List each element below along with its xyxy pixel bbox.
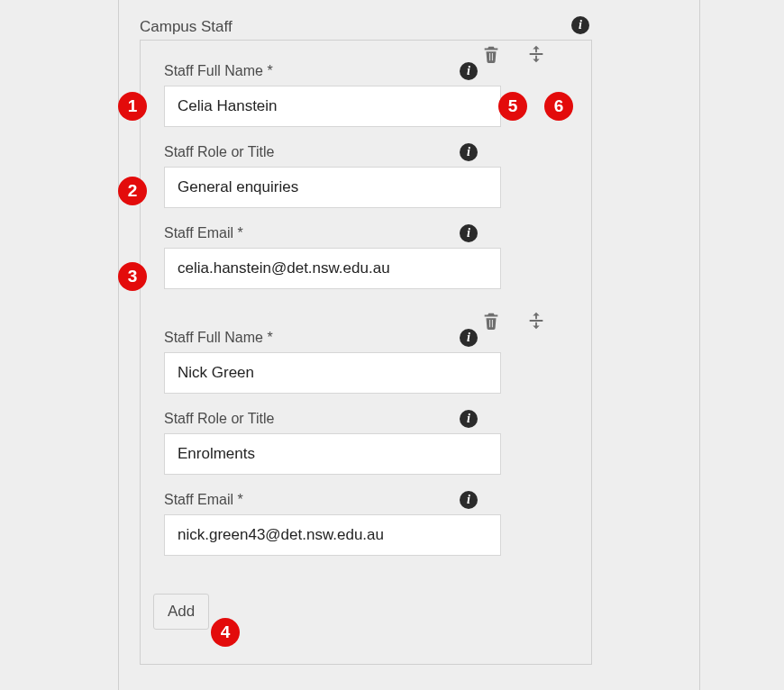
info-icon[interactable]: i (460, 329, 478, 347)
staff-role-input[interactable] (164, 167, 501, 208)
staff-email-input[interactable] (164, 248, 501, 289)
info-icon[interactable]: i (571, 16, 589, 34)
staff-email-label: Staff Email * (164, 492, 243, 508)
info-icon[interactable]: i (460, 491, 478, 509)
callout-marker-4: 4 (211, 618, 240, 647)
staff-role-label: Staff Role or Title (164, 144, 274, 160)
add-button[interactable]: Add (153, 594, 209, 630)
decorative-right-line (699, 0, 700, 690)
campus-staff-panel: Staff Full Name * i Staff Role or Title … (140, 40, 592, 665)
staff-name-label: Staff Full Name * (164, 330, 273, 346)
trash-icon[interactable] (481, 311, 501, 331)
callout-marker-6: 6 (544, 92, 573, 121)
info-icon[interactable]: i (460, 62, 478, 80)
info-icon[interactable]: i (460, 410, 478, 428)
staff-block: Staff Full Name * i Staff Role or Title … (141, 307, 591, 574)
staff-name-input[interactable] (164, 86, 501, 127)
info-icon[interactable]: i (460, 224, 478, 242)
staff-role-label: Staff Role or Title (164, 411, 274, 427)
info-icon[interactable]: i (460, 143, 478, 161)
callout-marker-1: 1 (118, 92, 147, 121)
reorder-icon[interactable] (526, 44, 546, 64)
callout-marker-3: 3 (118, 262, 147, 291)
callout-marker-5: 5 (498, 92, 527, 121)
callout-marker-2: 2 (118, 177, 147, 205)
staff-email-input[interactable] (164, 514, 501, 556)
staff-name-label: Staff Full Name * (164, 63, 273, 79)
reorder-icon[interactable] (526, 311, 546, 331)
staff-email-label: Staff Email * (164, 225, 243, 241)
staff-name-input[interactable] (164, 352, 501, 394)
trash-icon[interactable] (481, 44, 501, 64)
staff-block: Staff Full Name * i Staff Role or Title … (141, 41, 591, 307)
staff-role-input[interactable] (164, 433, 501, 475)
section-title: Campus Staff (140, 18, 232, 36)
